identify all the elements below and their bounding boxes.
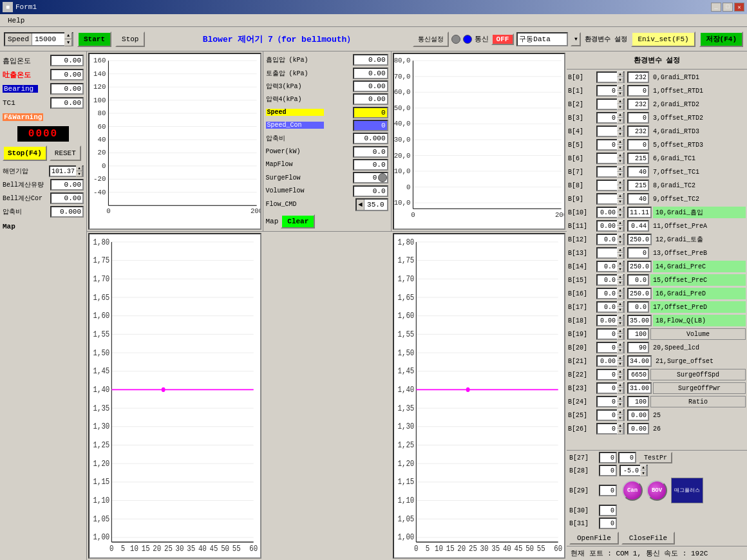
b-val2-container-22[interactable]: 6650 [627, 369, 649, 380]
b-val2-container-18[interactable]: 35.00 [627, 315, 652, 326]
b-down-8[interactable]: ▼ [617, 185, 623, 191]
b-down-4[interactable]: ▼ [617, 131, 623, 137]
b-val1-container-2[interactable]: ▲▼ [596, 98, 625, 110]
b-down-21[interactable]: ▼ [617, 361, 623, 367]
b-up-6[interactable]: ▲ [617, 153, 623, 158]
b-spinner-21[interactable]: ▲▼ [617, 355, 623, 367]
flow-cmd-down-button[interactable]: ◄ [357, 200, 364, 210]
b-spinner-11[interactable]: ▲▼ [617, 220, 623, 232]
b28-up[interactable]: ▲ [640, 465, 647, 471]
b-val1-container-7[interactable]: ▲▼ [596, 166, 625, 178]
open-file-button[interactable]: OpenFile [569, 532, 619, 545]
param-spinner-해면기압[interactable]: ▲ ▼ [76, 165, 82, 177]
b-val2-container-14[interactable]: 250.0 [627, 261, 652, 272]
flow-cmd-input[interactable]: ◄ 35.0 [355, 198, 388, 211]
b-down-23[interactable]: ▼ [617, 388, 623, 394]
b-val1-container-6[interactable]: ▲▼ [596, 153, 625, 164]
stop-button[interactable]: Stop [115, 32, 145, 47]
param-up-해면기압[interactable]: ▲ [76, 165, 82, 171]
b-spinner-14[interactable]: ▲▼ [617, 261, 623, 272]
b-up-11[interactable]: ▲ [617, 220, 623, 226]
mid-value-압력3[interactable]: 0.00 [353, 80, 388, 92]
speed-control[interactable]: Speed 15000 ▲ ▼ [4, 32, 73, 46]
b-down-25[interactable]: ▼ [617, 415, 623, 421]
b-val2-container-3[interactable]: 0 [627, 112, 649, 124]
b-val1-container-24[interactable]: 0▲▼ [596, 396, 625, 407]
b-val2-container-10[interactable]: 11.11 [627, 207, 652, 218]
b-up-23[interactable]: ▲ [617, 382, 623, 388]
b-val1-container-4[interactable]: ▲▼ [596, 126, 625, 137]
mid-value-압축비[interactable]: 0.000 [353, 133, 388, 144]
b-spinner-15[interactable]: ▲▼ [617, 274, 623, 286]
b-down-24[interactable]: ▼ [617, 402, 623, 407]
b-val1-container-0[interactable]: ▲▼ [596, 71, 625, 83]
b-spinner-10[interactable]: ▲▼ [617, 207, 623, 218]
b-val2-container-6[interactable]: 215 [627, 153, 649, 164]
b-val1-container-25[interactable]: 0▲▼ [596, 409, 625, 421]
b-down-19[interactable]: ▼ [617, 334, 623, 340]
b-val2-container-21[interactable]: 34.00 [627, 355, 652, 367]
b-down-13[interactable]: ▼ [617, 253, 623, 259]
b-val1-container-1[interactable]: 0▲▼ [596, 85, 625, 97]
b-down-26[interactable]: ▼ [617, 429, 623, 434]
b-up-4[interactable]: ▲ [617, 126, 623, 131]
b-val2-container-4[interactable]: 232 [627, 126, 649, 137]
b-down-3[interactable]: ▼ [617, 118, 623, 124]
b-down-16[interactable]: ▼ [617, 294, 623, 299]
b-up-2[interactable]: ▲ [617, 98, 623, 104]
b-up-1[interactable]: ▲ [617, 85, 623, 91]
maximize-button[interactable]: □ [723, 3, 733, 12]
b-up-18[interactable]: ▲ [617, 315, 623, 321]
b-val1-container-26[interactable]: 0▲▼ [596, 423, 625, 434]
b-val2-container-24[interactable]: 100 [627, 396, 649, 407]
b-up-24[interactable]: ▲ [617, 396, 623, 402]
param-val-bell유량[interactable]: 0.00 [50, 179, 84, 191]
b-val2-container-7[interactable]: 40 [627, 166, 649, 178]
mid-value-토출압[interactable]: 0.00 [353, 68, 388, 79]
b-val2-container-8[interactable]: 215 [627, 180, 649, 191]
b-val1-container-15[interactable]: 0.0▲▼ [596, 274, 625, 286]
b-down-12[interactable]: ▼ [617, 239, 623, 245]
minimize-button[interactable]: _ [711, 3, 721, 12]
b-up-3[interactable]: ▲ [617, 112, 623, 118]
b-spinner-24[interactable]: ▲▼ [617, 396, 623, 407]
drive-combo[interactable]: 구동Data [516, 32, 568, 46]
b-down-10[interactable]: ▼ [617, 212, 623, 218]
stop-f4-button[interactable]: Stop(F4) [3, 145, 47, 161]
mid-value-volumeflow[interactable]: 0.0 [353, 185, 388, 197]
sensor-value-bearing[interactable]: 0.00 [50, 83, 84, 95]
b-val1-container-21[interactable]: 0.00▲▼ [596, 355, 625, 367]
clear-button[interactable]: Clear [281, 214, 315, 229]
b-val2-container-15[interactable]: 0.0 [627, 274, 649, 286]
b-val2-container-23[interactable]: 31.00 [627, 382, 652, 394]
start-button[interactable]: Start [77, 32, 111, 47]
b-val2-container-0[interactable]: 232 [627, 71, 649, 83]
b-down-20[interactable]: ▼ [617, 348, 623, 353]
b-spinner-25[interactable]: ▲▼ [617, 409, 623, 421]
b-spinner-1[interactable]: ▲▼ [617, 85, 623, 97]
comm-settings-button[interactable]: 통신설정 [413, 32, 449, 47]
b-up-5[interactable]: ▲ [617, 139, 623, 145]
b-spinner-16[interactable]: ▲▼ [617, 288, 623, 299]
b-up-7[interactable]: ▲ [617, 166, 623, 172]
b-val1-container-23[interactable]: 0▲▼ [596, 382, 625, 394]
b27-val1[interactable]: 0 [599, 452, 617, 463]
b-down-7[interactable]: ▼ [617, 172, 623, 178]
speed-down-button[interactable]: ▼ [64, 39, 72, 46]
b-down-6[interactable]: ▼ [617, 158, 623, 164]
mid-value-speed[interactable]: 0 [353, 107, 388, 118]
param-val-bellcor[interactable]: 0.00 [50, 192, 84, 204]
param-down-해면기압[interactable]: ▼ [76, 171, 82, 177]
b-val2-container-5[interactable]: 0 [627, 139, 649, 151]
mid-value-power[interactable]: 0.0 [353, 146, 388, 158]
b-spinner-18[interactable]: ▲▼ [617, 315, 623, 326]
b-val1-container-19[interactable]: 0▲▼ [596, 328, 625, 340]
b-spinner-22[interactable]: ▲▼ [617, 369, 623, 380]
b-val2-container-20[interactable]: 90 [627, 342, 649, 353]
b-val1-container-9[interactable]: ▲▼ [596, 193, 625, 205]
save-button[interactable]: 저장(F4) [699, 32, 743, 47]
b-down-22[interactable]: ▼ [617, 375, 623, 380]
b-down-2[interactable]: ▼ [617, 104, 623, 110]
b-spinner-4[interactable]: ▲▼ [617, 126, 623, 137]
b-val1-container-10[interactable]: 0.00▲▼ [596, 207, 625, 218]
